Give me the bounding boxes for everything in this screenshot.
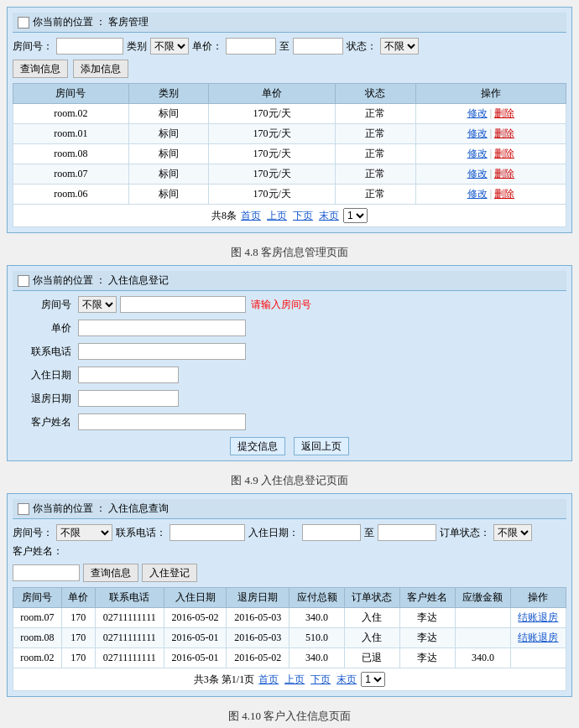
edit-link[interactable]: 修改	[467, 188, 488, 200]
checkout-link[interactable]: 结账退房	[518, 611, 558, 623]
panel3-search-row1: 房间号： 不限room.01room.02room.07room.08 联系电话…	[13, 524, 566, 559]
form-checkin-row: 入住日期	[13, 367, 566, 383]
cell-op: 结账退房	[510, 628, 566, 648]
p3-col-checkin: 入住日期	[164, 588, 227, 608]
p3-phone-input[interactable]	[170, 524, 245, 541]
col-op: 操作	[415, 84, 566, 104]
price-max-input[interactable]	[293, 38, 343, 55]
delete-link[interactable]: 删除	[494, 148, 514, 159]
cell-status: 入住	[345, 608, 400, 628]
table-row: room.02 170 02711111111 2016-05-01 2016-…	[13, 648, 566, 668]
p3-checkin-button[interactable]: 入住登记	[142, 564, 197, 582]
cell-room: room.06	[13, 185, 129, 205]
cell-guest: 李达	[399, 628, 455, 648]
edit-link[interactable]: 修改	[467, 107, 488, 119]
back-button[interactable]: 返回上页	[294, 437, 349, 455]
edit-link[interactable]: 修改	[467, 148, 488, 159]
query-button[interactable]: 查询信息	[13, 60, 68, 78]
p3-col-op: 操作	[510, 588, 566, 608]
p3-room-select[interactable]: 不限room.01room.02room.07room.08	[56, 524, 112, 541]
p3-to: 至	[364, 526, 374, 540]
next-page[interactable]: 下页	[293, 210, 313, 221]
form-price-row: 单价	[13, 320, 566, 336]
table-row: room.06 标间 170元/天 正常 修改 | 删除	[13, 185, 566, 205]
p3-col-status: 订单状态	[345, 588, 400, 608]
p3-prev[interactable]: 上页	[284, 673, 305, 685]
p3-checkin-to[interactable]	[378, 524, 436, 541]
pagination-info: 共8条	[211, 210, 237, 221]
panel1-pagination: 共8条 首页 上页 下页 末页 12	[13, 205, 566, 227]
panel3-icon	[18, 503, 29, 515]
form-phone-input[interactable]	[78, 343, 246, 360]
p3-checkin-from[interactable]	[302, 524, 361, 541]
price-label: 单价：	[192, 39, 222, 54]
p3-last[interactable]: 末页	[336, 673, 357, 685]
p3-guest-label: 客户姓名：	[13, 544, 63, 559]
p3-col-checkout: 退房日期	[227, 588, 290, 608]
cell-phone: 02711111111	[95, 628, 164, 648]
type-select[interactable]: 不限标间单间套房	[150, 38, 189, 55]
price-min-input[interactable]	[226, 38, 276, 55]
cell-paid: 340.0	[455, 648, 510, 668]
p3-order-select[interactable]: 不限入住已退	[493, 524, 532, 541]
cell-checkout: 2016-05-03	[227, 608, 290, 628]
cell-total: 340.0	[290, 608, 345, 628]
cell-op: 修改 | 删除	[415, 144, 566, 164]
form-checkout-input[interactable]	[78, 390, 179, 407]
form-price-input[interactable]	[78, 320, 246, 336]
delete-link[interactable]: 删除	[494, 168, 514, 179]
submit-button[interactable]: 提交信息	[230, 437, 285, 455]
form-phone-label: 联系电话	[13, 345, 71, 359]
panel3-title: 你当前的位置 ： 入住信息查询	[13, 499, 566, 519]
prev-page[interactable]: 上页	[267, 210, 287, 221]
delete-link[interactable]: 删除	[494, 188, 514, 200]
p3-first[interactable]: 首页	[258, 673, 279, 685]
p3-page-select[interactable]: 1	[361, 672, 385, 687]
panel2-title-text: 你当前的位置 ： 入住信息登记	[33, 273, 169, 288]
cell-checkin: 2016-05-01	[164, 628, 227, 648]
add-button[interactable]: 添加信息	[73, 60, 128, 78]
col-status: 状态	[336, 84, 416, 104]
panel1-title-text: 你当前的位置 ： 客房管理	[33, 15, 149, 29]
p3-pagination-info: 共3条 第1/1页	[194, 673, 254, 685]
edit-link[interactable]: 修改	[467, 168, 488, 179]
form-room-type-select[interactable]: 不限标间单间	[78, 296, 117, 313]
panel-checkin-form: 你当前的位置 ： 入住信息登记 房间号 不限标间单间 请输入房间号 单价 联系电…	[7, 265, 572, 461]
cell-op: 修改 | 删除	[415, 164, 566, 185]
last-page[interactable]: 末页	[319, 210, 339, 221]
status-select[interactable]: 不限正常维修	[380, 38, 419, 55]
cell-room: room.08	[13, 144, 129, 164]
cell-guest: 李达	[399, 648, 455, 668]
caption3: 图 4.10 客户入住信息页面	[7, 704, 572, 728]
first-page[interactable]: 首页	[241, 210, 261, 221]
p3-col-guest: 客户姓名	[399, 588, 455, 608]
form-checkin-input[interactable]	[78, 367, 179, 383]
cell-price: 170	[61, 648, 95, 668]
cell-status: 入住	[345, 628, 400, 648]
col-type: 类别	[128, 84, 209, 104]
cell-phone: 02711111111	[95, 648, 164, 668]
checkout-link[interactable]: 结账退房	[518, 632, 558, 643]
cell-price: 170元/天	[209, 185, 336, 205]
price-to: 至	[279, 39, 290, 54]
p3-guest-input[interactable]	[13, 564, 80, 581]
p3-query-button[interactable]: 查询信息	[83, 564, 138, 582]
delete-link[interactable]: 删除	[494, 127, 514, 139]
edit-link[interactable]: 修改	[467, 127, 488, 139]
p3-room-label: 房间号：	[13, 526, 53, 540]
room-input[interactable]	[56, 38, 123, 55]
form-room-row: 房间号 不限标间单间 请输入房间号	[13, 296, 566, 313]
caption2: 图 4.9 入住信息登记页面	[7, 468, 572, 493]
form-room-input[interactable]	[120, 296, 246, 313]
cell-type: 标间	[128, 124, 209, 144]
p3-next[interactable]: 下页	[310, 673, 331, 685]
panel-room-management: 你当前的位置 ： 客房管理 房间号： 类别 不限标间单间套房 单价： 至 状态：…	[7, 7, 572, 233]
room-table: 房间号 类别 单价 状态 操作 room.02 标间 170元/天 正常 修改 …	[13, 83, 566, 205]
table-row: room.07 170 02711111111 2016-05-02 2016-…	[13, 608, 566, 628]
page-select[interactable]: 12	[343, 208, 368, 223]
delete-link[interactable]: 删除	[494, 107, 514, 119]
cell-type: 标间	[128, 104, 209, 124]
cell-status: 正常	[336, 164, 416, 185]
form-guest-input[interactable]	[78, 413, 246, 430]
cell-status: 正常	[336, 124, 416, 144]
